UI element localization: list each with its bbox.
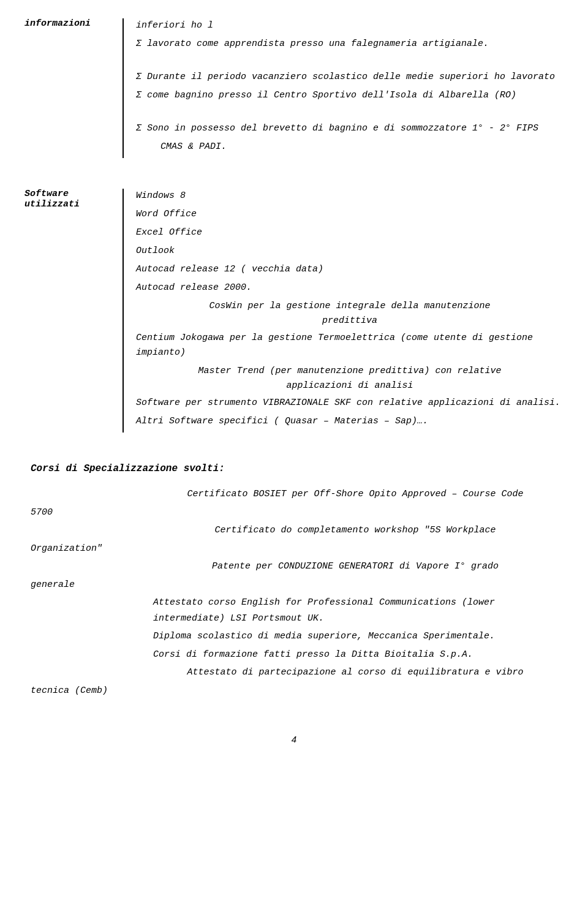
section-divider-informazioni bbox=[123, 18, 124, 158]
info-line-1: inferiori ho l bbox=[136, 18, 564, 33]
course-row-3b: generale bbox=[31, 577, 557, 593]
course-text-1: Certificato BOSIET per Off-Shore Opito A… bbox=[153, 486, 557, 502]
course-row-7: Attestato di partecipazione al corso di … bbox=[31, 665, 557, 681]
sw-line-11: Altri Software specifici ( Quasar – Mate… bbox=[136, 414, 564, 429]
courses-title: Corsi di Specializzazione svolti: bbox=[31, 463, 557, 474]
course-row-5: Diploma scolastico di media superiore, M… bbox=[31, 629, 557, 644]
info-line-6: CMAS & PADI. bbox=[136, 140, 564, 154]
sw-line-2: Word Office bbox=[136, 207, 564, 222]
course-row-6: Corsi di formazione fatti presso la Ditt… bbox=[31, 647, 557, 663]
course-row-7b: tecnica (Cemb) bbox=[31, 683, 557, 699]
sw-line-1: Windows 8 bbox=[136, 189, 564, 203]
course-label-2b: Organization" bbox=[31, 541, 153, 557]
section-content-informazioni: inferiori ho l Σ lavorato come apprendis… bbox=[136, 18, 564, 158]
section-label-informazioni: informazioni bbox=[24, 18, 123, 158]
section-divider-software bbox=[123, 189, 124, 433]
course-label-3b: generale bbox=[31, 577, 153, 593]
courses-content: Certificato BOSIET per Off-Shore Opito A… bbox=[31, 486, 557, 698]
course-row-1: Certificato BOSIET per Off-Shore Opito A… bbox=[31, 486, 557, 502]
courses-section: Corsi di Specializzazione svolti: Certif… bbox=[24, 463, 564, 698]
info-line-2: Σ lavorato come apprendista presso una f… bbox=[136, 37, 564, 51]
course-row-3: Patente per CONDUZIONE GENERATORI di Vap… bbox=[31, 559, 557, 575]
course-text-3: Patente per CONDUZIONE GENERATORI di Vap… bbox=[153, 559, 557, 575]
course-text-5: Diploma scolastico di media superiore, M… bbox=[153, 629, 495, 644]
course-row-2: Certificato do completamento workshop "5… bbox=[31, 523, 557, 538]
course-row-2b: Organization" bbox=[31, 541, 557, 557]
info-line-4: Σ come bagnino presso il Centro Sportivo… bbox=[136, 88, 564, 103]
page-number: 4 bbox=[24, 735, 564, 746]
course-text-7: Attestato di partecipazione al corso di … bbox=[153, 665, 557, 681]
course-label-1b: 5700 bbox=[31, 505, 153, 521]
course-text-2: Certificato do completamento workshop "5… bbox=[153, 523, 557, 538]
course-row-4: Attestato corso English for Professional… bbox=[31, 595, 557, 626]
section-content-software: Windows 8 Word Office Excel Office Outlo… bbox=[136, 189, 564, 433]
info-line-3: Σ Durante il periodo vacanziero scolasti… bbox=[136, 70, 564, 85]
course-text-6: Corsi di formazione fatti presso la Ditt… bbox=[153, 647, 473, 663]
sw-line-6: Autocad release 2000. bbox=[136, 281, 564, 295]
sw-line-7: CosWin per la gestione integrale della m… bbox=[136, 299, 564, 328]
section-software: Softwareutilizzati Windows 8 Word Office… bbox=[24, 183, 564, 439]
section-informazioni: informazioni inferiori ho l Σ lavorato c… bbox=[24, 12, 564, 164]
course-row-1b: 5700 bbox=[31, 505, 557, 521]
sw-line-9: Master Trend (per manutenzione predittiv… bbox=[136, 364, 564, 393]
sw-line-3: Excel Office bbox=[136, 225, 564, 240]
course-label-7b: tecnica (Cemb) bbox=[31, 683, 153, 699]
sw-line-10: Software per strumento VIBRAZIONALE SKF … bbox=[136, 396, 564, 410]
sw-line-8: Centium Jokogawa per la gestione Termoel… bbox=[136, 331, 564, 360]
page-content: informazioni inferiori ho l Σ lavorato c… bbox=[24, 12, 564, 746]
sw-line-5: Autocad release 12 ( vecchia data) bbox=[136, 262, 564, 277]
info-line-5: Σ Sono in possesso del brevetto di bagni… bbox=[136, 121, 564, 136]
sw-line-4: Outlook bbox=[136, 244, 564, 259]
section-label-software: Softwareutilizzati bbox=[24, 189, 123, 433]
course-text-4: Attestato corso English for Professional… bbox=[153, 595, 557, 626]
